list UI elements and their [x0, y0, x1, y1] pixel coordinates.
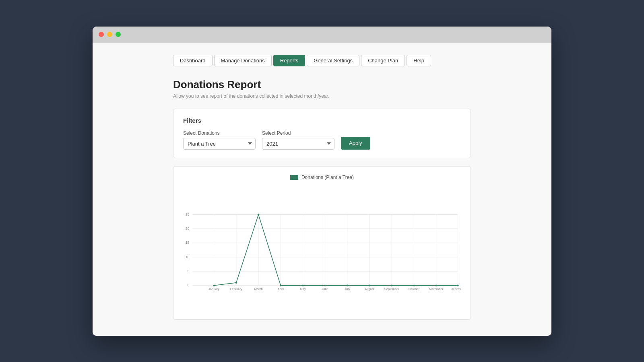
nav-manage-donations[interactable]: Manage Donations [214, 55, 272, 66]
page-title: Donations Report [173, 78, 471, 91]
filters-card: Filters Select Donations Plant a Tree Fe… [173, 109, 471, 158]
select-period-label: Select Period [262, 130, 334, 136]
main-content: Dashboard Manage Donations Reports Gener… [93, 43, 551, 336]
nav-general-settings[interactable]: General Settings [307, 55, 359, 66]
app-window: Dashboard Manage Donations Reports Gener… [93, 27, 551, 336]
svg-text:0: 0 [188, 283, 190, 287]
filters-row: Select Donations Plant a Tree Feed a Chi… [183, 130, 461, 150]
svg-text:10: 10 [186, 255, 190, 259]
svg-text:15: 15 [186, 241, 190, 245]
svg-text:5: 5 [188, 269, 190, 273]
svg-text:March: March [254, 287, 262, 291]
svg-point-29 [324, 284, 326, 286]
svg-point-27 [280, 284, 282, 286]
chart-card: Donations (Plant a Tree) 0 5 10 15 20 25 [173, 166, 471, 320]
svg-text:August: August [365, 287, 375, 291]
svg-text:December: December [451, 287, 461, 291]
page-subtitle: Allow you to see report of the donations… [173, 93, 471, 99]
svg-text:February: February [230, 287, 243, 291]
select-period-group: Select Period 2021 2020 2019 2018 [262, 130, 334, 150]
top-nav: Dashboard Manage Donations Reports Gener… [173, 55, 471, 66]
svg-point-31 [369, 284, 371, 286]
svg-text:April: April [278, 287, 284, 291]
svg-text:September: September [384, 287, 400, 291]
svg-point-30 [347, 284, 349, 286]
svg-text:June: June [322, 287, 328, 291]
maximize-button[interactable] [116, 32, 121, 37]
svg-point-25 [235, 282, 237, 284]
close-button[interactable] [99, 32, 104, 37]
svg-text:20: 20 [186, 226, 190, 230]
legend-label: Donations (Plant a Tree) [301, 175, 354, 180]
nav-dashboard[interactable]: Dashboard [173, 55, 213, 66]
chart-svg: 0 5 10 15 20 25 [183, 187, 461, 307]
nav-change-plan[interactable]: Change Plan [361, 55, 405, 66]
svg-text:25: 25 [186, 212, 190, 216]
svg-point-34 [435, 284, 437, 286]
minimize-button[interactable] [107, 32, 112, 37]
apply-button[interactable]: Apply [341, 137, 370, 150]
svg-point-28 [302, 284, 304, 286]
svg-point-24 [213, 284, 215, 286]
nav-help[interactable]: Help [407, 55, 431, 66]
svg-text:November: November [429, 287, 444, 291]
titlebar [93, 27, 551, 43]
svg-text:October: October [409, 287, 420, 291]
svg-point-33 [413, 284, 415, 286]
svg-text:July: July [345, 287, 350, 291]
svg-point-35 [457, 284, 459, 286]
filters-title: Filters [183, 117, 461, 124]
svg-text:January: January [208, 287, 219, 291]
chart-legend: Donations (Plant a Tree) [183, 175, 461, 180]
select-donations-group: Select Donations Plant a Tree Feed a Chi… [183, 130, 256, 150]
select-donations-input[interactable]: Plant a Tree Feed a Child Build a School [183, 138, 256, 150]
select-donations-label: Select Donations [183, 130, 256, 136]
svg-text:May: May [300, 287, 306, 291]
legend-color-swatch [290, 175, 298, 180]
select-period-input[interactable]: 2021 2020 2019 2018 [262, 138, 334, 150]
svg-point-26 [258, 214, 260, 216]
chart-area: 0 5 10 15 20 25 [183, 187, 461, 307]
nav-reports[interactable]: Reports [273, 55, 305, 66]
svg-point-32 [391, 284, 393, 286]
